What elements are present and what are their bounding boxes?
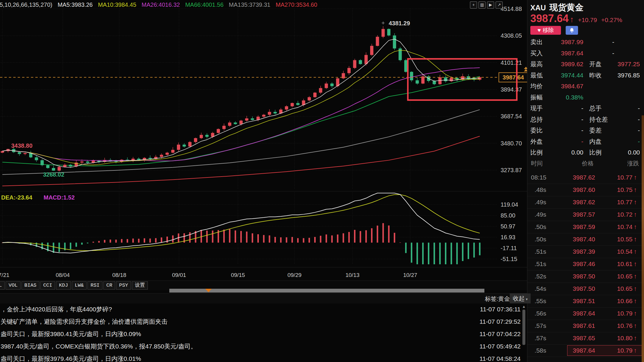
tab-psy[interactable]: PSY <box>116 281 131 290</box>
quote-detail-row: 现手-总手- <box>527 103 644 114</box>
date-tick: 09/29 <box>287 272 302 278</box>
trade-price: 3987.65 <box>557 332 595 344</box>
price-change: +10.79 <box>578 16 597 24</box>
trade-row[interactable]: .49s3987.6210.77↑ <box>527 196 644 209</box>
trade-row[interactable]: .57s3987.6510.80↑ <box>527 332 644 345</box>
candle-body <box>296 103 299 105</box>
candle-body <box>228 122 231 126</box>
macd-bar <box>411 243 412 263</box>
trade-change: 10.61 <box>617 258 633 270</box>
trade-row[interactable]: .54s3987.5010.65↑ <box>527 283 644 295</box>
macd-bar <box>201 230 202 243</box>
candle-body <box>313 93 317 97</box>
macd-bar <box>127 239 128 243</box>
candle-body <box>222 126 226 129</box>
quote-field: - <box>610 125 640 136</box>
macd-readout: MACD:1.52 <box>44 194 75 201</box>
macd-bar <box>292 237 293 243</box>
candle-body <box>69 165 72 167</box>
pane-layout-icon[interactable]: ▥ <box>479 1 486 9</box>
candle-body <box>239 121 243 124</box>
trade-row[interactable]: .49s3987.5710.72↑ <box>527 208 644 221</box>
tab-vol[interactable]: VOL <box>6 281 21 290</box>
macd-bar <box>138 239 140 243</box>
macd-bar <box>348 232 350 243</box>
quote-field: 总手 <box>589 103 602 114</box>
quote-detail-row: 外盘-内盘- <box>527 136 644 147</box>
candle-body <box>382 29 385 36</box>
tab-settings[interactable]: 设置 <box>132 281 148 290</box>
price-alert-button[interactable] <box>566 26 578 35</box>
trade-row[interactable]: .50s3987.5910.74↑ <box>527 221 644 233</box>
candlestick-chart[interactable]: 07/2108/0408/1809/0109/1509/2910/1310/27… <box>0 0 527 280</box>
trade-time: .49s <box>531 196 546 208</box>
quote-field: 0.00 <box>610 147 640 158</box>
news-item[interactable]: 关键矿产清单，避险需求回升支撑金价，油价遭供需两面夹击11-07 07:29:5… <box>0 315 527 328</box>
candle-body <box>359 60 362 64</box>
macd-bar <box>53 243 54 253</box>
tab-kdj[interactable]: KDJ <box>56 281 71 290</box>
candle-body <box>194 138 197 142</box>
macd-bar <box>206 230 208 243</box>
trade-time: 08:15 <box>531 171 546 184</box>
playback-icon[interactable]: ▶ <box>487 1 494 9</box>
trade-row[interactable]: .55s3987.5110.66↑ <box>527 295 644 308</box>
scrollbar-thumb[interactable] <box>522 310 525 345</box>
tab-cci[interactable]: CCI <box>40 281 55 290</box>
trade-row[interactable]: .58s3987.6410.79↑ <box>527 344 644 357</box>
news-item[interactable]: 3987.40美元/盎司，COMEX白银期货下跌0.36%，报47.850美元/… <box>0 340 527 353</box>
macd-bar <box>172 235 174 243</box>
macd-bar <box>246 232 247 243</box>
candle-body <box>404 60 408 72</box>
dif-line <box>2 193 480 253</box>
macd-bar <box>132 238 134 243</box>
scroll-up-icon[interactable]: ▴ <box>522 304 526 309</box>
export-icon[interactable]: ↗ <box>496 1 503 9</box>
ma-readout: MA270:3534.60 <box>276 1 317 8</box>
tab-lw[interactable]: LW& <box>72 281 87 290</box>
news-scrollbar[interactable]: ▴ <box>522 304 526 362</box>
candle-body <box>137 159 140 160</box>
candle-body <box>319 88 322 92</box>
trade-price: 3987.39 <box>557 245 595 258</box>
candle-body <box>444 77 447 81</box>
crosshair-icon[interactable]: + <box>470 1 477 9</box>
trade-price: 3987.46 <box>557 258 595 270</box>
trade-row[interactable]: .56s3987.6410.79↑ <box>527 307 644 320</box>
macd-bar <box>468 243 469 259</box>
trade-row[interactable]: .51s3987.3910.54↑ <box>527 245 644 258</box>
macd-bar <box>92 242 94 243</box>
trade-change: 10.65 <box>617 270 633 283</box>
trade-price: 3987.50 <box>557 270 595 283</box>
remove-favorite-button[interactable]: ♥移除 <box>530 26 561 35</box>
trade-row[interactable]: .52s3987.5010.65↑ <box>527 270 644 283</box>
news-item[interactable]: ，金价上冲4020后回落，年底4400梦碎?11-07 07:36:11 <box>0 303 527 315</box>
trade-row[interactable]: .50s3987.4010.55↑ <box>527 233 644 246</box>
news-collapse-button[interactable]: 收起▾ <box>510 293 531 303</box>
trade-row[interactable]: 08:153987.6210.77↑ <box>527 171 644 184</box>
panel-scrollbar[interactable] <box>642 115 644 362</box>
tab-bias[interactable]: BIAS <box>21 281 39 290</box>
trade-time: .50s <box>531 221 546 233</box>
news-item[interactable]: 盎司关口，最新报3980.41美元/盎司，日内涨0.09%11-07 07:04… <box>0 328 527 340</box>
trade-row[interactable]: .51s3987.4610.61↑ <box>527 258 644 270</box>
news-item[interactable]: 盎司关口，最新报3979.46美元/盎司，日内涨0.01%11-07 04:58… <box>0 353 527 362</box>
date-tick: 08/04 <box>56 272 70 278</box>
quote-field: - <box>551 136 583 147</box>
macd-bar <box>59 243 60 252</box>
trade-row[interactable]: .48s3987.6010.75↑ <box>527 184 644 196</box>
tab-cut[interactable]: L <box>0 281 5 290</box>
news-timestamp: 11-07 05:49:42 <box>479 340 521 353</box>
tab-cr[interactable]: CR <box>103 281 115 290</box>
candle-body <box>330 84 334 86</box>
last-price: 3987.64 <box>530 12 569 25</box>
candle-body <box>353 60 356 68</box>
candle-body <box>274 112 277 113</box>
macd-bar <box>212 230 213 243</box>
trade-row[interactable]: .57s3987.6110.76↑ <box>527 320 644 332</box>
date-tick: 10/13 <box>345 272 360 278</box>
tab-rsi[interactable]: RSI <box>87 281 102 290</box>
up-arrow-icon: ↑ <box>634 332 641 344</box>
heart-icon: ♥ <box>537 27 541 34</box>
chart-horizontal-scrollbar[interactable] <box>169 289 484 293</box>
